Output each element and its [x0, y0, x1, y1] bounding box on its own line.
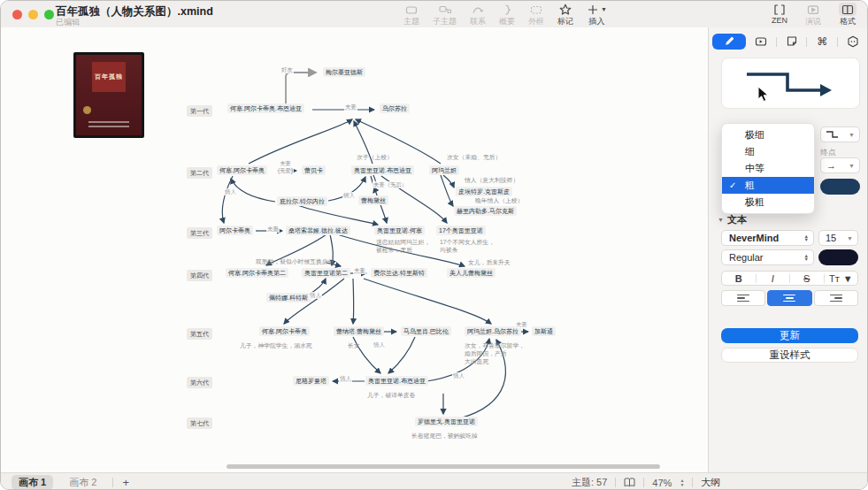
line-style-dropdown[interactable]: ▼: [820, 126, 860, 142]
tab-divider: [806, 37, 807, 47]
toolbar-item-label: 子主题: [433, 16, 457, 27]
map-node[interactable]: 17个奥雷里亚诺: [436, 226, 486, 235]
menu-item-中等[interactable]: 中等: [722, 160, 814, 177]
map-node[interactable]: 费尔兰达.特里斯特: [371, 268, 427, 278]
map-node[interactable]: 蕾贝卡: [302, 165, 326, 175]
map-node[interactable]: 奥雷里亚诺第二: [302, 268, 350, 278]
map-node[interactable]: 何塞.阿尔卡蒂奥第二: [226, 268, 288, 278]
panel-tab-note[interactable]: [779, 34, 805, 50]
map-node[interactable]: 美人儿蕾梅黛丝: [447, 268, 495, 278]
toolbar-item-label: 外框: [528, 16, 544, 27]
map-node[interactable]: 桑塔索菲娅.德拉.彼达: [286, 226, 350, 235]
toolbar-relationship-button: 联系: [470, 3, 486, 27]
pitch-mode-icon[interactable]: [624, 478, 635, 487]
text-color-swatch[interactable]: [818, 249, 858, 265]
edge-label: 情人: [309, 292, 322, 299]
toolbar-topic-button: 主题: [403, 3, 419, 27]
map-node[interactable]: 何塞.阿尔卡蒂奥: [259, 326, 310, 336]
canvas-tab-1[interactable]: 画布 1: [12, 475, 53, 490]
map-node[interactable]: 皮埃特罗.克雷斯皮: [456, 187, 512, 196]
toolbar-boundary-button: 外框: [528, 3, 544, 27]
mouse-cursor: [757, 86, 770, 103]
map-node[interactable]: 乌尔苏拉: [380, 103, 410, 113]
advanced-icon: [847, 35, 859, 48]
toolbar-insert-button[interactable]: ▼插入: [587, 3, 607, 27]
map-node[interactable]: 奥雷里亚诺.布恩迪亚: [351, 165, 414, 175]
panel-tab-shortcut[interactable]: ⌘: [809, 34, 835, 50]
reset-style-button[interactable]: 重设样式: [721, 348, 858, 363]
add-canvas-button[interactable]: +: [122, 476, 129, 489]
toolbar-marker-button[interactable]: 标记: [557, 3, 573, 27]
map-node[interactable]: 马乌里肖.巴比伦: [401, 326, 451, 336]
present-icon: [807, 3, 819, 16]
zoom-level[interactable]: 47%: [652, 478, 672, 488]
align-right-button[interactable]: [814, 290, 858, 306]
menu-item-极细[interactable]: 极细: [722, 126, 814, 143]
topic-count: 主题: 57: [572, 476, 607, 489]
generation-label: 第六代: [187, 377, 212, 388]
insert-icon: ▼: [587, 3, 607, 16]
format-icon: [839, 3, 856, 16]
panel-tab-media[interactable]: [748, 34, 774, 50]
update-button[interactable]: 更新: [721, 328, 858, 343]
canvas-tab-2[interactable]: 画布 2: [62, 475, 104, 490]
toolbar-zen-button[interactable]: ZEN: [772, 3, 787, 27]
toolbar-item-label: 格式: [840, 16, 856, 27]
chevron-down-icon: ▼: [849, 163, 855, 169]
edge-label: 夫妻（无后）: [373, 181, 408, 188]
map-node[interactable]: 梅尔基亚德斯: [323, 67, 365, 77]
close-button[interactable]: [12, 10, 22, 19]
map-node[interactable]: 阿玛兰妲.乌尔苏拉: [465, 326, 521, 336]
map-node[interactable]: 蕾梅黛丝: [358, 195, 388, 205]
edge-label: 情人: [342, 192, 356, 199]
tab-divider: [776, 37, 777, 47]
map-canvas[interactable]: 百年孤独 第一代第二代第三代第四代第五代第六代第七代梅尔基亚德斯何塞.阿尔卡蒂奥…: [1, 27, 708, 472]
italic-button[interactable]: I: [757, 273, 790, 284]
bold-button[interactable]: B: [722, 273, 756, 284]
text-case-button[interactable]: Tт▼: [825, 273, 858, 284]
map-node[interactable]: 奥雷里亚诺.布恩迪亚: [365, 376, 428, 386]
map-node[interactable]: 奥雷里亚诺.何塞: [374, 226, 425, 235]
map-node[interactable]: 阿尔卡蒂奥: [217, 226, 253, 235]
edge-label: 情人: [452, 372, 465, 379]
step-arrow-preview: [722, 58, 857, 106]
map-node[interactable]: 赫里内勒多.马尔克斯: [454, 206, 517, 216]
edge-label: 情人: [339, 375, 352, 382]
text-section-header[interactable]: ▼ 文本: [718, 213, 747, 226]
chevron-down-icon: ▼: [718, 217, 724, 223]
map-node[interactable]: 庇拉尔.特尔内拉: [277, 196, 327, 206]
menu-item-粗[interactable]: ✓粗: [722, 177, 814, 194]
map-node[interactable]: 阿玛兰妲: [429, 165, 459, 175]
map-node[interactable]: 佩特娜.科特斯: [266, 293, 311, 302]
mindmap-layer: 第一代第二代第三代第四代第五代第六代第七代梅尔基亚德斯何塞.阿尔卡蒂奥.布恩迪亚…: [1, 27, 708, 472]
format-panel-tabs: ⌘: [712, 33, 866, 50]
minimize-button[interactable]: [28, 10, 38, 19]
chevron-down-icon: ▼: [849, 132, 855, 138]
edge-label: 夫妻: [344, 103, 357, 111]
horizontal-scrollbar[interactable]: [227, 464, 660, 469]
menu-item-极粗[interactable]: 极粗: [722, 194, 814, 211]
panel-tab-advanced[interactable]: [840, 34, 866, 50]
menu-item-细[interactable]: 细: [722, 143, 814, 160]
endpoint-dropdown[interactable]: → ▼: [820, 157, 860, 173]
map-node[interactable]: 加斯通: [532, 326, 556, 336]
checkmark-icon: ✓: [729, 180, 736, 190]
strikethrough-button[interactable]: S: [790, 273, 824, 284]
align-left-button[interactable]: [721, 290, 765, 306]
map-node[interactable]: 蕾纳塔.蕾梅黛丝: [334, 326, 384, 336]
font-family-select[interactable]: NeverMind ▲▼: [721, 230, 814, 246]
font-size-select[interactable]: 15 ▼: [818, 230, 858, 246]
map-node[interactable]: 罗德里戈.奥雷里亚诺: [415, 417, 478, 426]
zoom-stepper[interactable]: ▲▼: [680, 479, 684, 486]
map-node[interactable]: 尼格罗曼塔: [293, 376, 329, 386]
map-node[interactable]: 何塞.阿尔卡蒂奥.布恩迪亚: [227, 103, 304, 113]
map-node[interactable]: 何塞.阿尔卡蒂奥: [217, 165, 267, 175]
step-line-icon: [826, 130, 840, 139]
outline-button[interactable]: 大纲: [701, 476, 720, 489]
font-weight-select[interactable]: Regular ▲▼: [721, 249, 814, 265]
panel-tab-style[interactable]: [712, 34, 746, 50]
line-color-swatch[interactable]: [820, 179, 860, 195]
fullscreen-button[interactable]: [44, 10, 54, 19]
align-center-button[interactable]: [767, 290, 811, 306]
toolbar-format-button[interactable]: 格式: [839, 3, 856, 27]
